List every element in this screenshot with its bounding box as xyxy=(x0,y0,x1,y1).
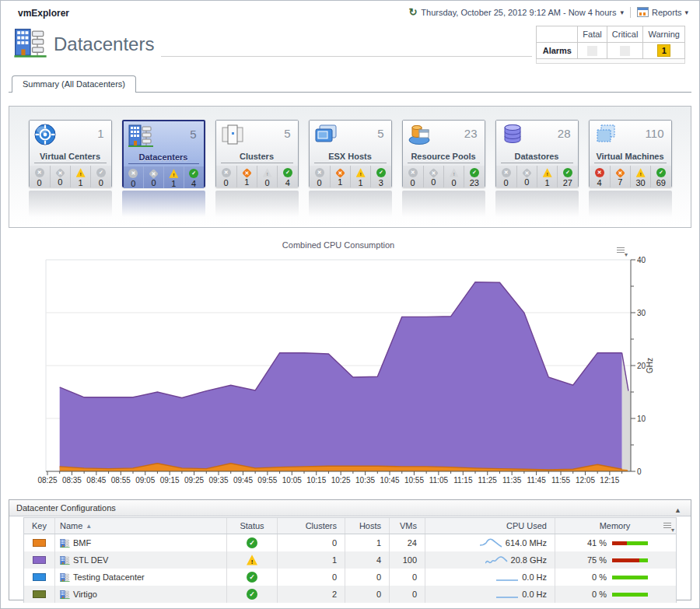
status-fatal-count: 0 xyxy=(216,178,236,187)
series-key-swatch xyxy=(33,556,46,564)
tile-count: 5 xyxy=(245,127,298,140)
status-fatal[interactable]: ✕0 xyxy=(216,166,236,187)
status-normal[interactable]: ✓23 xyxy=(464,166,484,187)
warning-count-badge[interactable]: 1 xyxy=(657,44,670,57)
collapse-icon[interactable]: ▲ xyxy=(674,502,681,518)
column-header-key[interactable]: Key xyxy=(24,518,54,534)
datacenter-icon xyxy=(60,590,70,600)
status-normal[interactable]: ✓4 xyxy=(184,166,204,188)
alarms-col-warning: Warning xyxy=(643,26,685,43)
column-header-vms[interactable]: VMs xyxy=(389,518,425,534)
tile-label: Datastores xyxy=(496,152,578,161)
status-critical-count: 1 xyxy=(331,177,350,187)
column-header-memory[interactable]: Memory xyxy=(555,518,674,534)
tile-resource-pools[interactable]: 23Resource Pools✕0✕0!0✓23 xyxy=(402,120,485,187)
status-normal[interactable]: ✓0 xyxy=(90,166,110,187)
svg-text:11:45: 11:45 xyxy=(527,476,546,485)
status-warning[interactable]: !0 xyxy=(257,166,277,187)
vms-value: 24 xyxy=(389,534,425,551)
datacenter-name[interactable]: STL DEV xyxy=(73,555,108,565)
vmexplorer-page: { "topbar": { "app_title": "vmExplorer",… xyxy=(0,0,700,609)
table-customizer-icon[interactable] xyxy=(663,521,673,530)
status-critical-count: 0 xyxy=(51,177,70,187)
status-critical[interactable]: ✕1 xyxy=(330,166,350,187)
tile-virtual-machines[interactable]: 110Virtual Machines✕4✕7!30✓69 xyxy=(589,120,672,187)
status-critical[interactable]: ✕0 xyxy=(50,166,70,187)
esx-hosts-icon xyxy=(313,123,338,148)
column-header-hosts[interactable]: Hosts xyxy=(345,518,389,534)
status-warning[interactable]: !1 xyxy=(70,166,90,187)
status-fatal[interactable]: ✕0 xyxy=(30,166,50,187)
warning-icon: ! xyxy=(169,169,178,178)
clusters-value: 1 xyxy=(277,551,345,569)
datacenter-name[interactable]: BMF xyxy=(73,538,91,548)
memory-value: 0 % xyxy=(577,590,607,599)
status-warning[interactable]: !0 xyxy=(443,166,464,187)
hosts-value: 0 xyxy=(345,586,389,603)
memory-usage-bar xyxy=(612,576,648,579)
svg-text:08:35: 08:35 xyxy=(62,476,82,485)
svg-text:09:05: 09:05 xyxy=(135,476,155,485)
status-warning-count: 0 xyxy=(257,178,277,187)
svg-text:08:25: 08:25 xyxy=(37,476,57,485)
table-row-stl-dev[interactable]: STL DEV!1410020.8 GHz75 % xyxy=(24,551,676,569)
status-fatal[interactable]: ✕0 xyxy=(310,166,330,187)
table-row-bmf[interactable]: BMF✓0124614.0 MHz41 % xyxy=(24,534,676,551)
status-normal[interactable]: ✓3 xyxy=(370,166,390,187)
status-warning[interactable]: !1 xyxy=(350,166,370,187)
tab-summary-all-datacenters[interactable]: Summary (All Datacenters) xyxy=(12,75,136,93)
svg-text:09:35: 09:35 xyxy=(208,476,228,485)
alarms-warning-cell[interactable]: 1 xyxy=(643,43,685,59)
status-fatal[interactable]: ✕0 xyxy=(403,166,423,187)
critical-icon: ✕ xyxy=(335,168,345,178)
status-normal[interactable]: ✓69 xyxy=(650,166,670,187)
tile-count: 23 xyxy=(432,127,485,140)
memory-value: 75 % xyxy=(577,555,607,565)
status-normal[interactable]: ✓27 xyxy=(557,166,577,187)
status-normal[interactable]: ✓4 xyxy=(277,166,297,187)
status-critical-count: 0 xyxy=(424,177,443,187)
datacenter-icon xyxy=(60,572,70,583)
fatal-icon: ✕ xyxy=(502,168,511,177)
fatal-icon: ✕ xyxy=(222,168,231,177)
status-normal-count: 3 xyxy=(371,178,390,187)
status-critical[interactable]: ✕1 xyxy=(236,166,257,187)
reports-menu[interactable]: Reports ▾ xyxy=(637,7,688,17)
svg-text:11:55: 11:55 xyxy=(551,476,571,485)
clusters-value: 2 xyxy=(277,586,345,603)
tile-virtual-centers[interactable]: 1Virtual Centers✕0✕0!1✓0 xyxy=(29,120,112,187)
table-row-testing-datacenter[interactable]: Testing Datacenter✓0000.0 Hz0 % xyxy=(24,569,676,586)
tile-esx-hosts[interactable]: 5ESX Hosts✕0✕1!1✓3 xyxy=(309,120,392,187)
status-warning-count: 1 xyxy=(537,178,557,187)
tile-datastores[interactable]: 28Datastores✕0✕0!1✓27 xyxy=(495,120,579,187)
datacenter-icon xyxy=(60,538,70,548)
status-critical[interactable]: ✕7 xyxy=(610,166,630,187)
svg-text:40: 40 xyxy=(637,256,646,264)
status-warning[interactable]: !1 xyxy=(537,166,557,187)
tile-datacenters[interactable]: 5Datacenters✕0✕0!1✓4 xyxy=(122,120,205,187)
status-critical[interactable]: ✕0 xyxy=(516,166,537,187)
status-fatal[interactable]: ✕0 xyxy=(124,166,144,188)
status-critical[interactable]: ✕0 xyxy=(143,166,163,188)
warning-icon: ! xyxy=(356,168,366,177)
svg-text:10:35: 10:35 xyxy=(355,476,375,485)
time-range-selector[interactable]: ↻ Thursday, October 25, 2012 9:12 AM - N… xyxy=(408,6,624,18)
chart-customizer-icon[interactable] xyxy=(617,246,626,255)
normal-icon: ✓ xyxy=(189,169,198,178)
column-header-clusters[interactable]: Clusters xyxy=(277,518,345,534)
table-row-virtigo[interactable]: Virtigo✓2000.0 Hz0 % xyxy=(24,586,676,603)
hosts-value: 0 xyxy=(345,569,389,586)
datacenter-name[interactable]: Virtigo xyxy=(73,590,97,599)
status-fatal[interactable]: ✕0 xyxy=(496,166,516,187)
status-warning[interactable]: !1 xyxy=(163,166,184,188)
datacenter-name[interactable]: Testing Datacenter xyxy=(73,572,145,582)
status-critical[interactable]: ✕0 xyxy=(423,166,443,187)
tile-clusters[interactable]: 5Clusters✕0✕1!0✓4 xyxy=(215,120,299,187)
svg-text:09:25: 09:25 xyxy=(184,476,204,485)
status-warning[interactable]: !30 xyxy=(630,166,650,187)
column-header-name[interactable]: Name▲ xyxy=(54,518,226,534)
column-header-cpu-used[interactable]: CPU Used xyxy=(425,518,555,534)
status-fatal[interactable]: ✕4 xyxy=(590,166,610,187)
memory-usage-bar xyxy=(612,558,648,562)
column-header-status[interactable]: Status xyxy=(226,518,277,534)
